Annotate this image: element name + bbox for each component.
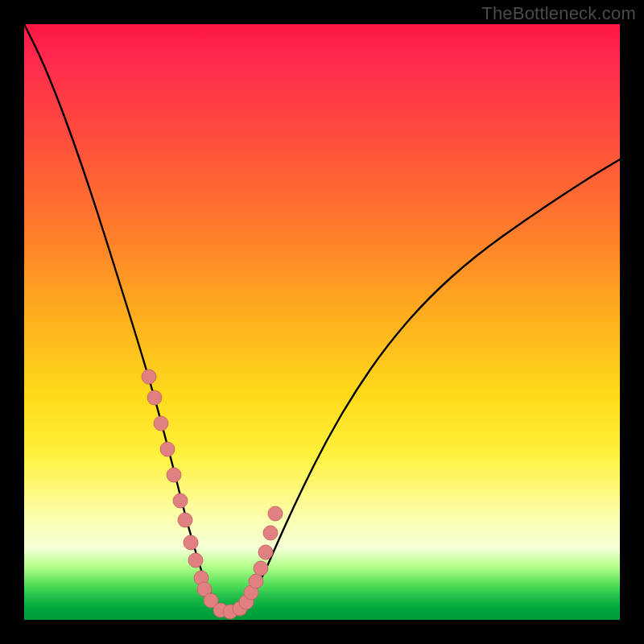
highlight-dot — [258, 545, 273, 559]
watermark-text: TheBottleneck.com — [481, 3, 636, 24]
highlight-dots — [142, 369, 283, 619]
chart-frame: TheBottleneck.com — [0, 0, 644, 644]
highlight-dot — [142, 369, 156, 384]
highlight-dot — [173, 493, 188, 508]
bottleneck-curve — [24, 24, 620, 613]
highlight-dot — [268, 506, 283, 521]
curve-layer — [24, 24, 620, 620]
plot-area — [24, 24, 620, 620]
highlight-dot — [154, 416, 168, 431]
highlight-dot — [249, 574, 263, 588]
highlight-dot — [167, 468, 181, 482]
highlight-dot — [178, 513, 192, 527]
highlight-dot — [147, 390, 162, 405]
highlight-dot — [263, 526, 278, 540]
highlight-dot — [160, 442, 175, 456]
highlight-dot — [188, 553, 203, 568]
highlight-dot — [184, 535, 198, 550]
highlight-dot — [254, 561, 268, 576]
